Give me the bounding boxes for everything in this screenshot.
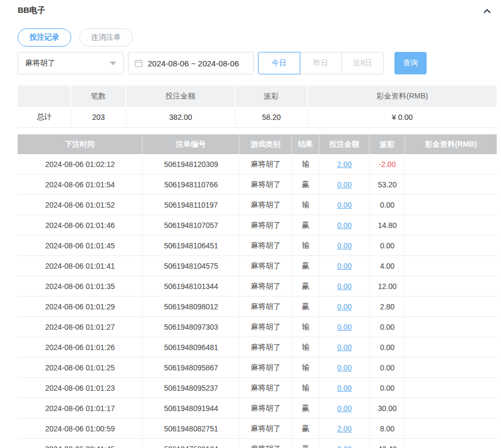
bet-amount-link[interactable]: 0.00	[337, 343, 352, 352]
cell-bet-amount: 0.00	[320, 378, 370, 398]
quick-range-today-button[interactable]: 今日	[258, 52, 300, 74]
page-title: BB电子	[18, 5, 45, 16]
cell-result: 赢	[292, 439, 320, 448]
bet-amount-link[interactable]: 0.00	[337, 404, 352, 413]
cell-game-type: 麻将胡了	[240, 378, 292, 398]
bet-amount-link[interactable]: 0.00	[337, 302, 352, 311]
search-button[interactable]: 查询	[394, 52, 427, 74]
header-game-type: 游戏类别	[240, 134, 292, 154]
cell-jackpot	[405, 398, 497, 418]
cell-result: 输	[292, 378, 320, 398]
cell-jackpot	[405, 317, 497, 337]
bet-amount-link[interactable]: 0.00	[337, 262, 352, 270]
summary-total-label: 总计	[18, 107, 71, 127]
date-range-input[interactable]: 2024-08-06 ~ 2024-08-06	[128, 52, 254, 74]
cell-result: 输	[292, 236, 320, 255]
cell-bet-time: 2024-08-06 00:41:45	[18, 439, 143, 448]
cell-bet-time: 2024-08-06 01:02:12	[18, 154, 143, 174]
cell-payout: 12.00	[370, 276, 405, 296]
cell-jackpot	[405, 195, 497, 215]
cell-game-type: 麻将胡了	[240, 276, 292, 296]
cell-bet-amount: 0.00	[320, 337, 370, 357]
cell-order-no: 5061948101344	[143, 276, 240, 296]
table-row: 2024-08-06 01:01:255061948095867麻将胡了输0.0…	[18, 358, 497, 378]
summary-header-blank	[18, 86, 71, 107]
cell-payout: 43.40	[370, 439, 405, 448]
bet-amount-link[interactable]: 0.00	[337, 221, 352, 230]
bet-amount-link[interactable]: 0.00	[337, 363, 352, 372]
cell-jackpot	[405, 439, 497, 448]
cell-jackpot	[405, 236, 497, 255]
cell-result: 赢	[292, 215, 320, 235]
bet-amount-link[interactable]: 0.00	[337, 282, 352, 291]
cell-payout: 30.00	[370, 398, 405, 418]
table-row: 2024-08-06 01:01:265061948096481麻将胡了输0.0…	[18, 337, 497, 358]
table-row: 2024-08-06 01:01:235061948095237麻将胡了输0.0…	[18, 378, 497, 398]
cell-game-type: 麻将胡了	[240, 195, 292, 215]
table-row: 2024-08-06 01:00:595061948082751麻将胡了赢2.0…	[18, 419, 497, 439]
table-row: 2024-08-06 01:01:455061948106451麻将胡了输0.0…	[18, 236, 497, 256]
table-row: 2024-08-06 01:01:175061948091944麻将胡了赢0.0…	[18, 398, 497, 419]
cell-bet-amount: 0.00	[320, 358, 370, 377]
cell-order-no: 5061948120309	[143, 154, 240, 174]
cell-order-no: 5061948106451	[143, 236, 240, 255]
summary-total-payout: 58.20	[236, 107, 308, 127]
quick-range-label: 近8日	[353, 58, 373, 68]
collapse-panel-button[interactable]	[482, 6, 492, 17]
cell-game-type: 麻将胡了	[240, 439, 292, 448]
chevron-down-icon	[110, 62, 116, 65]
cell-payout: -2.00	[370, 154, 405, 174]
bet-amount-link[interactable]: 0.00	[337, 241, 352, 250]
cell-game-type: 麻将胡了	[240, 419, 292, 438]
bet-amount-link[interactable]: 0.00	[337, 323, 352, 331]
bet-amount-link[interactable]: 0.00	[337, 384, 352, 392]
bet-amount-link[interactable]: 2.00	[337, 424, 352, 433]
cell-bet-time: 2024-08-06 01:01:45	[18, 236, 143, 255]
cell-result: 赢	[292, 276, 320, 296]
cell-payout: 0.00	[370, 358, 405, 377]
cell-order-no: 5061948091944	[143, 398, 240, 418]
cell-jackpot	[405, 256, 497, 276]
tab-label: 连消注单	[91, 33, 121, 42]
cell-bet-amount: 2.00	[320, 419, 370, 438]
summary-header-row: 笔数 投注金额 派彩 彩金资料(RMB)	[18, 86, 497, 107]
table-row: 2024-08-06 01:01:275061948097303麻将胡了输0.0…	[18, 317, 497, 337]
cell-order-no: 5061948082751	[143, 419, 240, 438]
cell-result: 赢	[292, 419, 320, 438]
cell-bet-time: 2024-08-06 01:01:27	[18, 317, 143, 337]
cell-bet-time: 2024-08-06 01:01:52	[18, 195, 143, 215]
cell-bet-amount: 0.00	[320, 297, 370, 316]
cell-bet-time: 2024-08-06 01:01:46	[18, 215, 143, 235]
summary-total-jackpot: ¥ 0.00	[308, 107, 497, 127]
bet-amount-link[interactable]: 0.00	[337, 201, 352, 209]
bet-amount-link[interactable]: 2.00	[337, 445, 352, 448]
table-row: 2024-08-06 01:01:545061948110766麻将胡了赢0.0…	[18, 174, 497, 195]
table-row: 2024-08-06 00:41:455061947589134麻将胡了赢2.0…	[18, 439, 497, 448]
bet-amount-link[interactable]: 2.00	[337, 160, 352, 169]
cell-payout: 0.00	[370, 195, 405, 215]
cell-game-type: 麻将胡了	[240, 154, 292, 174]
cell-bet-time: 2024-08-06 01:01:25	[18, 358, 143, 377]
quick-range-group: 今日 昨日 近8日	[258, 52, 384, 74]
quick-range-yesterday-button[interactable]: 昨日	[300, 52, 342, 74]
cell-result: 输	[292, 154, 320, 174]
header-bet-time: 下注时间	[18, 134, 143, 154]
tab-bet-records[interactable]: 投注记录	[18, 28, 71, 47]
summary-total-row: 总计 203 382.00 58.20 ¥ 0.00	[18, 107, 497, 128]
records-table: 下注时间 注单编号 游戏类别 结果 投注金额 派彩 彩金资料(RMB) 2024…	[18, 134, 497, 448]
quick-range-label: 今日	[272, 58, 287, 68]
date-range-value: 2024-08-06 ~ 2024-08-06	[148, 59, 239, 68]
cell-bet-time: 2024-08-06 01:01:29	[18, 297, 143, 316]
table-row: 2024-08-06 01:01:465061948107057麻将胡了赢0.0…	[18, 215, 497, 236]
cell-payout: 0.00	[370, 337, 405, 357]
game-select[interactable]: 麻将胡了	[18, 52, 124, 74]
summary-total-bet-amount: 382.00	[126, 107, 236, 127]
cell-bet-amount: 0.00	[320, 276, 370, 296]
cell-bet-amount: 0.00	[320, 174, 370, 194]
summary-header-jackpot: 彩金资料(RMB)	[308, 86, 497, 107]
tab-cancelled-orders[interactable]: 连消注单	[79, 28, 133, 47]
bet-amount-link[interactable]: 0.00	[337, 180, 352, 189]
cell-game-type: 麻将胡了	[240, 337, 292, 357]
quick-range-last8days-button[interactable]: 近8日	[341, 52, 384, 74]
cell-payout: 53.20	[370, 174, 405, 194]
